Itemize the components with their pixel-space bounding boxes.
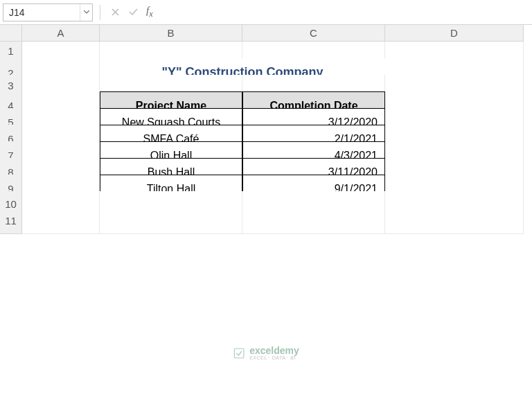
col-header-d[interactable]: D (385, 25, 524, 42)
cancel-button[interactable] (107, 5, 123, 20)
name-box[interactable] (3, 4, 80, 21)
col-header-c[interactable]: C (242, 25, 385, 42)
cell[interactable] (100, 208, 242, 234)
formula-bar[interactable] (159, 3, 529, 21)
watermark: exceldemy EXCEL · DATA · BI (233, 346, 299, 360)
x-icon (112, 8, 119, 16)
cell[interactable] (385, 208, 524, 234)
cell[interactable] (242, 208, 385, 234)
divider (100, 5, 100, 20)
col-header-a[interactable]: A (22, 25, 100, 42)
svg-rect-0 (234, 348, 244, 358)
col-header-b[interactable]: B (100, 25, 242, 42)
name-box-dropdown[interactable] (80, 4, 92, 21)
watermark-main: exceldemy (249, 346, 299, 355)
cell[interactable] (22, 208, 100, 234)
name-box-container (3, 3, 93, 21)
enter-button[interactable] (125, 5, 141, 20)
fx-icon[interactable]: fx (146, 5, 153, 19)
watermark-sub: EXCEL · DATA · BI (249, 355, 299, 360)
spreadsheet-grid[interactable]: A B C D 1 2 "Y" Construction Company 3 4… (0, 25, 532, 224)
select-all-corner[interactable] (0, 25, 22, 42)
row-header[interactable]: 11 (0, 208, 22, 234)
check-icon (129, 8, 138, 16)
watermark-text: exceldemy EXCEL · DATA · BI (249, 346, 299, 360)
formula-bar-row: fx (0, 0, 532, 25)
logo-icon (233, 347, 245, 360)
chevron-down-icon (84, 10, 89, 14)
